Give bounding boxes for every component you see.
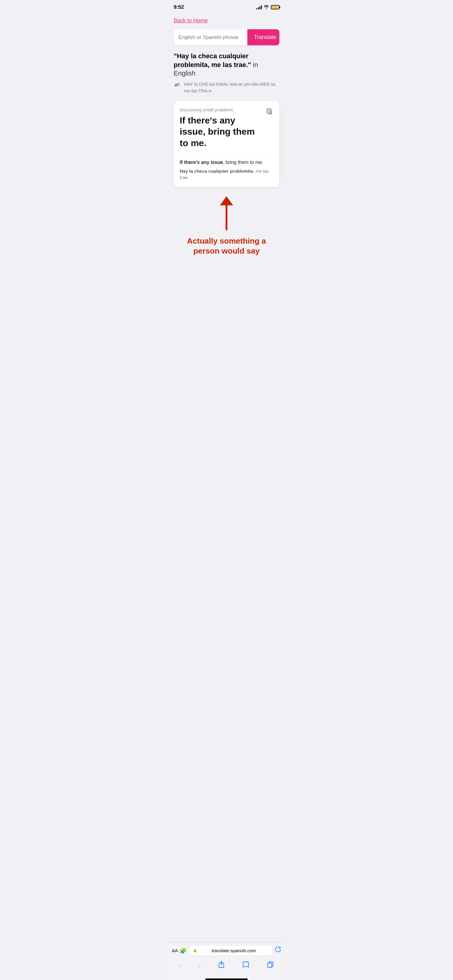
- card-english-tail: , bring them to me.: [223, 160, 263, 165]
- speaker-icon[interactable]: [174, 81, 181, 89]
- card-category: Discussing small problems: [180, 107, 273, 112]
- signal-bars-icon: [257, 5, 262, 10]
- battery-icon: [271, 5, 279, 10]
- red-arrow-icon: [214, 196, 239, 232]
- card-translation: If there's any issue, bring them to me.: [180, 115, 273, 149]
- status-time: 9:52: [174, 4, 184, 10]
- search-input[interactable]: [174, 29, 247, 45]
- svg-rect-3: [267, 108, 271, 113]
- arrow-container: [174, 196, 279, 232]
- pronunciation-row: HAY la CHE-ka KWAL-kee-er pro-ble-MEE-ta…: [174, 81, 279, 94]
- card-english: If there's any issue, bring them to me.: [180, 159, 273, 166]
- status-bar: 9:52: [167, 0, 286, 13]
- svg-marker-5: [220, 196, 233, 205]
- pronunciation-text: HAY la CHE-ka KWAL-kee-er pro-ble-MEE-ta…: [184, 81, 279, 94]
- annotation-text: Actually something a person would say: [174, 236, 279, 257]
- card-spanish: Hay la checa cualquier problemita, me la…: [180, 168, 273, 181]
- copy-icon[interactable]: [265, 107, 273, 117]
- wifi-icon: [264, 5, 269, 10]
- card-english-highlight: If there's any issue: [180, 160, 223, 165]
- translation-card: Discussing small problems If there's any…: [174, 101, 279, 187]
- original-phrase: "Hay la checa cualquier problemita, me l…: [174, 52, 251, 68]
- search-container: Translate: [174, 29, 279, 45]
- card-spanish-highlight: Hay la checa cualquier problemita: [180, 169, 253, 173]
- status-icons: [257, 5, 279, 10]
- translate-button[interactable]: Translate: [247, 29, 279, 45]
- main-content: Back to Home Translate "Hay la checa cua…: [167, 13, 286, 304]
- card-divider: [180, 154, 273, 155]
- back-to-home-link[interactable]: Back to Home: [174, 18, 208, 24]
- phrase-heading: "Hay la checa cualquier problemita, me l…: [174, 52, 279, 78]
